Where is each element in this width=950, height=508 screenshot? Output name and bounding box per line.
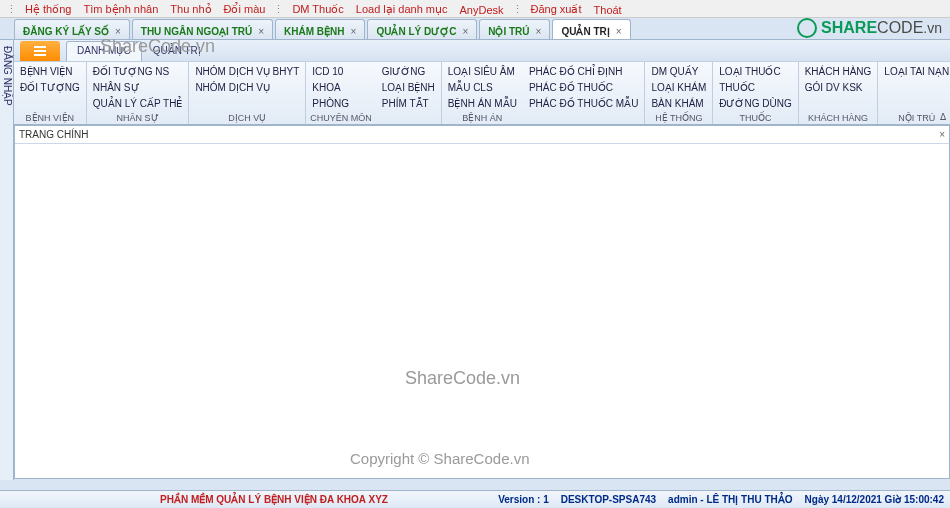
logo-vn: .vn (923, 20, 942, 36)
tab-label: ĐĂNG KÝ LẤY SỐ (23, 26, 109, 37)
menu-item[interactable]: Đăng xuất (525, 3, 588, 16)
ribbon-group-benh-vien: BỆNH VIỆN ĐỐI TƯỢNG BỆNH VIỆN (14, 62, 87, 124)
cmd-khoa[interactable]: KHOA (310, 80, 372, 96)
menu-item[interactable]: Thoát (588, 4, 628, 16)
ribbon-group-chuyen-mon-a: ICD 10 KHOA PHÒNG CHUYÊN MÔN (306, 62, 376, 124)
ribbon-group-thuoc: LOẠI THUỐC THUỐC ĐƯỜNG DÙNG THUỐC (713, 62, 798, 124)
cmd-benh-vien[interactable]: BỆNH VIỆN (18, 64, 82, 80)
cmd-ban-kham[interactable]: BÀN KHÁM (649, 96, 708, 112)
cmd-loai-kham[interactable]: LOẠI KHÁM (649, 80, 708, 96)
group-caption: THUỐC (717, 112, 793, 123)
cmd-goi-dv-ksk[interactable]: GÓI DV KSK (803, 80, 874, 96)
status-version: Version : 1 (498, 494, 549, 505)
close-icon[interactable]: × (258, 26, 264, 37)
tab-noi-tru[interactable]: NỘI TRÚ × (479, 19, 550, 39)
cmd-loai-sieu-am[interactable]: LOẠI SIÊU ÂM (446, 64, 519, 80)
cmd-loai-tai-nan[interactable]: LOẠI TAI NẠN (882, 64, 950, 80)
menu-item[interactable]: DM Thuốc (286, 3, 349, 16)
menu-item[interactable]: Hệ thống (19, 3, 77, 16)
close-icon[interactable]: × (462, 26, 468, 37)
group-caption: NHÂN SỰ (91, 112, 185, 123)
cmd-doi-tuong[interactable]: ĐỐI TƯỢNG (18, 80, 82, 96)
cmd-khach-hang[interactable]: KHÁCH HÀNG (803, 64, 874, 80)
ribbon-group-khach-hang: KHÁCH HÀNG GÓI DV KSK KHÁCH HÀNG (799, 62, 879, 124)
menu-item[interactable]: Thu nhỏ (164, 3, 217, 16)
cmd-thuoc[interactable]: THUỐC (717, 80, 793, 96)
cmd-quan-ly-cap-the[interactable]: QUẢN LÝ CẤP THẺ (91, 96, 185, 112)
sharecode-logo-icon (797, 18, 817, 38)
cmd-loai-thuoc[interactable]: LOẠI THUỐC (717, 64, 793, 80)
ribbon-group-chuyen-mon-b: GIƯỜNG LOẠI BỆNH PHÍM TẮT (376, 62, 442, 124)
cmd-nhom-dv-bhyt[interactable]: NHÓM DỊCH VỤ BHYT (193, 64, 301, 80)
main-menubar: ⋮ Hệ thống Tìm bệnh nhân Thu nhỏ Đổi màu… (0, 0, 950, 18)
cmd-doi-tuong-ns[interactable]: ĐỐI TƯỢNG NS (91, 64, 185, 80)
logo-code: CODE (877, 19, 923, 37)
menu-item[interactable]: Đổi màu (218, 3, 272, 16)
tab-quan-ly-duoc[interactable]: QUẢN LÝ DƯỢC × (367, 19, 477, 39)
tab-dang-ky-lay-so[interactable]: ĐĂNG KÝ LẤY SỐ × (14, 19, 130, 39)
ribbon-tabstrip: DANH MỤC QUẢN TRỊ (14, 40, 950, 62)
cmd-phac-do-thuoc[interactable]: PHÁC ĐỒ THUỐC (527, 80, 640, 96)
group-caption: HỆ THỐNG (649, 112, 708, 123)
ribbon-group-benh-an-a: LOẠI SIÊU ÂM MẪU CLS BỆNH ÁN MẪU BỆNH ÁN (442, 62, 523, 124)
cmd-phac-do-chi-dinh[interactable]: PHÁC ĐỒ CHỈ ĐỊNH (527, 64, 640, 80)
sidebar-login-tab[interactable]: ĐĂNG NHẬP (0, 40, 14, 480)
cmd-phong[interactable]: PHÒNG (310, 96, 372, 112)
cmd-icd10[interactable]: ICD 10 (310, 64, 372, 80)
ribbon-tab-quan-tri[interactable]: QUẢN TRỊ (142, 41, 212, 61)
cmd-nhan-su[interactable]: NHÂN SỰ (91, 80, 185, 96)
cmd-phim-tat[interactable]: PHÍM TẮT (380, 96, 437, 112)
group-caption: DỊCH VỤ (193, 112, 301, 123)
ribbon-tab-danh-muc[interactable]: DANH MỤC (66, 41, 142, 61)
cmd-duong-dung[interactable]: ĐƯỜNG DÙNG (717, 96, 793, 112)
tab-quan-tri[interactable]: QUẢN TRỊ × (552, 19, 630, 39)
ribbon-group-benh-an-b: PHÁC ĐỒ CHỈ ĐỊNH PHÁC ĐỒ THUỐC PHÁC ĐỒ T… (523, 62, 645, 124)
close-icon[interactable]: × (616, 26, 622, 37)
tab-label: QUẢN LÝ DƯỢC (376, 26, 456, 37)
content-tab[interactable]: TRANG CHÍNH × (15, 126, 949, 144)
group-caption (380, 112, 437, 123)
cmd-mau-cls[interactable]: MẪU CLS (446, 80, 519, 96)
status-user: admin - LÊ THỊ THU THẢO (668, 494, 792, 505)
cmd-giuong[interactable]: GIƯỜNG (380, 64, 437, 80)
cmd-benh-an-mau[interactable]: BỆNH ÁN MẪU (446, 96, 519, 112)
ribbon-group-he-thong: DM QUẦY LOẠI KHÁM BÀN KHÁM HỆ THỐNG (645, 62, 713, 124)
group-caption: BỆNH ÁN (446, 112, 519, 123)
tab-thu-ngan-ngoai-tru[interactable]: THU NGÂN NGOẠI TRÚ × (132, 19, 273, 39)
ribbon-collapse-icon[interactable]: ᐃ (940, 112, 946, 122)
content-area: TRANG CHÍNH × (14, 125, 950, 479)
group-caption: KHÁCH HÀNG (803, 112, 874, 123)
app-menu-icon (33, 45, 47, 57)
tab-label: QUẢN TRỊ (561, 26, 609, 37)
sharecode-logo: SHARECODE.vn (797, 18, 942, 38)
status-appname: PHẦN MỀM QUẢN LÝ BỆNH VIỆN ĐA KHOA XYZ (0, 494, 388, 505)
menu-sep: ⋮ (271, 3, 286, 16)
svg-rect-1 (34, 50, 46, 52)
menu-item[interactable]: Load lại danh mục (350, 3, 454, 16)
ribbon: DANH MỤC QUẢN TRỊ BỆNH VIỆN ĐỐI TƯỢNG BỆ… (14, 40, 950, 125)
statusbar: PHẦN MỀM QUẢN LÝ BỆNH VIỆN ĐA KHOA XYZ V… (0, 490, 950, 508)
menu-sep: ⋮ (510, 3, 525, 16)
close-icon[interactable]: × (115, 26, 121, 37)
close-icon[interactable]: × (939, 129, 945, 140)
close-icon[interactable]: × (536, 26, 542, 37)
tab-kham-benh[interactable]: KHÁM BỆNH × (275, 19, 365, 39)
svg-rect-0 (34, 46, 46, 48)
group-caption: CHUYÊN MÔN (310, 112, 372, 123)
logo-share: SHARE (821, 19, 877, 37)
cmd-nhom-dv[interactable]: NHÓM DỊCH VỤ (193, 80, 301, 96)
tab-label: KHÁM BỆNH (284, 26, 344, 37)
menu-item[interactable]: AnyDesk (453, 4, 509, 16)
cmd-dm-quay[interactable]: DM QUẦY (649, 64, 708, 80)
svg-rect-2 (34, 54, 46, 56)
status-datetime: Ngày 14/12/2021 Giờ 15:00:42 (805, 494, 944, 505)
cmd-phac-do-thuoc-mau[interactable]: PHÁC ĐỒ THUỐC MẪU (527, 96, 640, 112)
ribbon-group-nhan-su: ĐỐI TƯỢNG NS NHÂN SỰ QUẢN LÝ CẤP THẺ NHÂ… (87, 62, 190, 124)
close-icon[interactable]: × (351, 26, 357, 37)
content-tab-label: TRANG CHÍNH (19, 129, 88, 140)
menu-item[interactable]: Tìm bệnh nhân (77, 3, 164, 16)
group-caption: BỆNH VIỆN (18, 112, 82, 123)
ribbon-body: BỆNH VIỆN ĐỐI TƯỢNG BỆNH VIỆN ĐỐI TƯỢNG … (14, 62, 950, 124)
cmd-loai-benh[interactable]: LOẠI BỆNH (380, 80, 437, 96)
ribbon-app-button[interactable] (20, 41, 60, 61)
